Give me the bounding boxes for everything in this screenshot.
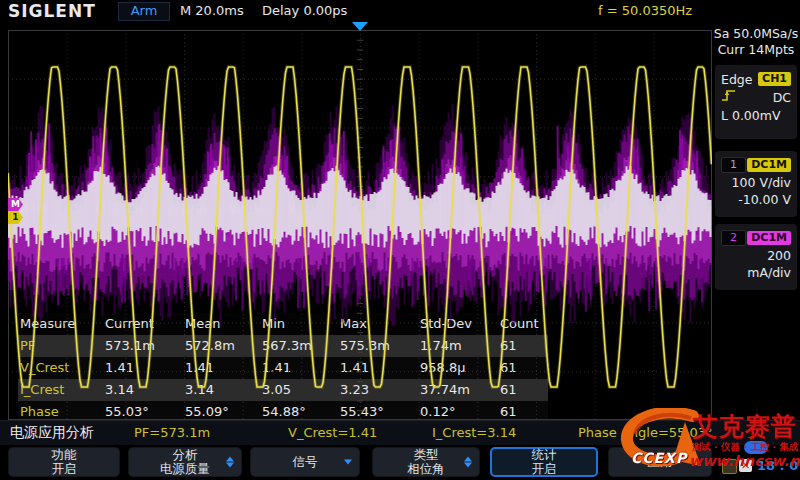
measure-value: 3.05 bbox=[260, 379, 338, 401]
trigger-level: L 0.00mV bbox=[721, 108, 781, 123]
brand-logo: SIGLENT bbox=[8, 1, 96, 21]
rising-edge-icon bbox=[721, 89, 736, 105]
measure-value: 1.41 bbox=[260, 357, 338, 379]
menu-statistics-button[interactable]: 统计开启 bbox=[490, 447, 598, 477]
run-state-indicator[interactable]: Arm bbox=[118, 2, 170, 21]
status-pf: PF=573.1m bbox=[134, 425, 210, 440]
table-header-mean: Mean bbox=[183, 313, 260, 335]
channel2-panel[interactable]: 2 DC1M 200 mA/div bbox=[715, 224, 797, 290]
measure-row-label-phase: Phase bbox=[18, 401, 103, 423]
menu-label-line1: 应用 bbox=[648, 455, 673, 469]
table-header-std-dev: Std-Dev bbox=[418, 313, 498, 335]
menu-label-line2: 开启 bbox=[52, 462, 77, 476]
table-header-min: Min bbox=[260, 313, 338, 335]
trigger-mode: Edge bbox=[721, 72, 752, 87]
measure-value: 575.3m bbox=[338, 335, 418, 357]
measure-value: 54.88° bbox=[260, 401, 338, 423]
trigger-position-marker[interactable] bbox=[352, 22, 368, 31]
measure-value: 61 bbox=[498, 379, 548, 401]
menu-label-line1: 统计 bbox=[532, 448, 557, 462]
status-vcrest: V_Crest=1.41 bbox=[288, 425, 377, 440]
measure-value: 1.41 bbox=[338, 357, 418, 379]
right-sidebar: Sa 50.0MSa/s Curr 14Mpts Edge CH1 DC L 0… bbox=[712, 22, 800, 420]
table-header-max: Max bbox=[338, 313, 418, 335]
measure-value: 3.14 bbox=[103, 379, 183, 401]
measure-value: 573.1m bbox=[103, 335, 183, 357]
acquisition-info: Sa 50.0MSa/s Curr 14Mpts bbox=[712, 22, 800, 58]
math-expression: CH1*CH2 bbox=[95, 202, 151, 216]
menu-type-button[interactable]: 类型相位角 bbox=[372, 447, 480, 477]
measure-value: 1.41 bbox=[103, 357, 183, 379]
frequency-counter: f = 50.0350Hz bbox=[598, 3, 692, 18]
usb-device-icon bbox=[744, 441, 768, 454]
channel2-number: 2 bbox=[721, 230, 746, 246]
menu-function-button[interactable]: 功能开启 bbox=[8, 447, 120, 477]
measure-value: 37.74m bbox=[418, 379, 498, 401]
menu-label-line1: 信号 bbox=[293, 455, 318, 469]
status-icrest: I_Crest=3.14 bbox=[432, 425, 516, 440]
menu-label-line1: 分析 bbox=[173, 448, 198, 462]
measure-value: 61 bbox=[498, 335, 548, 357]
math-name: MATH bbox=[18, 202, 52, 216]
measurement-table: MeasureCurrentMeanMinMaxStd-DevCountPF57… bbox=[18, 313, 548, 423]
menu-label-line2: 开启 bbox=[532, 462, 557, 476]
math-position: POS: 0.00W bbox=[224, 202, 295, 216]
table-header-measure: Measure bbox=[18, 313, 103, 335]
measure-row-label-pf: PF bbox=[18, 335, 103, 357]
trigger-source-badge: CH1 bbox=[758, 72, 791, 86]
memory-depth: Curr 14Mpts bbox=[712, 42, 800, 58]
channel1-number: 1 bbox=[721, 157, 746, 173]
menu-label-line2: 相位角 bbox=[407, 462, 445, 476]
channel1-scale: 100 V/div bbox=[721, 174, 791, 191]
status-bar: 电源应用分析 PF=573.1m V_Crest=1.41 I_Crest=3.… bbox=[0, 420, 800, 445]
delay-readout[interactable]: Delay 0.00ps bbox=[262, 3, 347, 18]
measure-value: 55.03° bbox=[103, 401, 183, 423]
storage-icon[interactable] bbox=[722, 459, 737, 474]
top-bar: SIGLENT Arm M 20.0ms Delay 0.00ps f = 50… bbox=[0, 0, 800, 22]
timebase-readout[interactable]: M 20.0ms bbox=[180, 3, 244, 18]
app-title: 电源应用分析 bbox=[10, 424, 94, 442]
measure-value: 3.14 bbox=[183, 379, 260, 401]
measure-value: 0.12° bbox=[418, 401, 498, 423]
printer-error-icon[interactable]: ✕ bbox=[739, 459, 752, 472]
measure-value: 55.43° bbox=[338, 401, 418, 423]
measure-row-label-v_crest: V_Crest bbox=[18, 357, 103, 379]
menu-apply-button[interactable]: 应用 bbox=[608, 447, 712, 477]
updown-arrow-icon bbox=[464, 457, 472, 468]
channel1-offset: -10.00 V bbox=[721, 191, 791, 208]
status-phase: Phase Angle=55.03° bbox=[578, 425, 713, 440]
measure-value: 61 bbox=[498, 401, 548, 423]
measure-row-label-i_crest: I_Crest bbox=[18, 379, 103, 401]
sample-rate: Sa 50.0MSa/s bbox=[712, 26, 800, 42]
channel2-scale: 200 mA/div bbox=[721, 247, 791, 264]
measure-value: 567.3m bbox=[260, 335, 338, 357]
measure-value: 958.8µ bbox=[418, 357, 498, 379]
menu-label-line1: 功能 bbox=[52, 448, 77, 462]
menu-signal-button[interactable]: 信号 bbox=[250, 447, 360, 477]
down-arrow-icon bbox=[344, 460, 352, 465]
updown-arrow-icon bbox=[226, 457, 234, 468]
trigger-panel[interactable]: Edge CH1 DC L 0.00mV bbox=[715, 65, 797, 139]
measure-value: 55.09° bbox=[183, 401, 260, 423]
channel2-coupling-badge: DC1M bbox=[747, 231, 791, 245]
measure-value: 572.8m bbox=[183, 335, 260, 357]
measure-value: 3.23 bbox=[338, 379, 418, 401]
trigger-coupling: DC bbox=[773, 90, 791, 105]
measure-value: 61 bbox=[498, 357, 548, 379]
menu-analysis-button[interactable]: 分析电源质量 bbox=[128, 447, 242, 477]
menu-label-line2: 电源质量 bbox=[160, 462, 210, 476]
clock: 18 : 07 bbox=[757, 458, 800, 473]
channel1-panel[interactable]: 1 DC1M 100 V/div -10.00 V bbox=[715, 151, 797, 217]
menu-label-line1: 类型 bbox=[414, 448, 439, 462]
measure-value: 1.41 bbox=[183, 357, 260, 379]
channel1-coupling-badge: DC1M bbox=[747, 158, 791, 172]
table-header-current: Current bbox=[103, 313, 183, 335]
waveform-grid: MATH CH1*CH2 DIV: 100W/div POS: 0.00W Me… bbox=[8, 30, 712, 420]
measure-value: 1.74m bbox=[418, 335, 498, 357]
oscilloscope-screen: SIGLENT Arm M 20.0ms Delay 0.00ps f = 50… bbox=[0, 0, 800, 480]
table-header-count: Count bbox=[498, 313, 548, 335]
